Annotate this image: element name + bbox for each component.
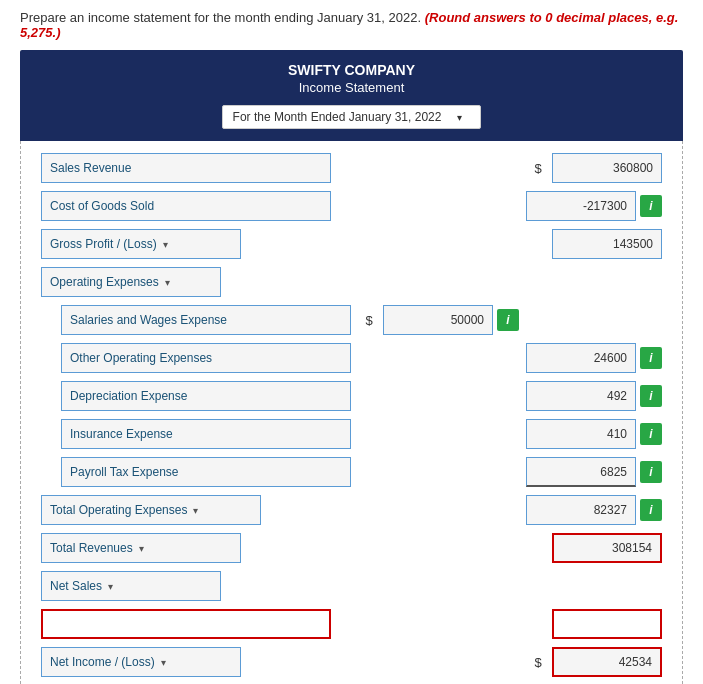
net-sales-row: Net Sales ▾ [41,571,662,601]
cogs-row: Cost of Goods Sold -217300 i [41,191,662,221]
gross-profit-value[interactable]: 143500 [552,229,662,259]
total-ops-info-btn[interactable]: i [640,499,662,521]
total-revenues-label: Total Revenues [50,541,133,555]
depreciation-info-btn[interactable]: i [640,385,662,407]
total-ops-row: Total Operating Expenses ▾ 82327 i [41,495,662,525]
payroll-info-btn[interactable]: i [640,461,662,483]
payroll-row: Payroll Tax Expense 6825 i [41,457,662,487]
operating-expenses-header-row: Operating Expenses ▾ [41,267,662,297]
empty-input-left[interactable] [41,609,331,639]
salaries-label: Salaries and Wages Expense [61,305,351,335]
salaries-value[interactable]: 50000 [383,305,493,335]
sales-revenue-label: Sales Revenue [41,153,331,183]
net-sales-select[interactable]: Net Sales ▾ [41,571,221,601]
total-revenues-select[interactable]: Total Revenues ▾ [41,533,241,563]
net-income-label: Net Income / (Loss) [50,655,155,669]
net-income-select[interactable]: Net Income / (Loss) ▾ [41,647,241,677]
period-dropdown[interactable]: For the Month Ended January 31, 2022 ▾ [222,105,482,129]
total-ops-value[interactable]: 82327 [526,495,636,525]
chevron-icon-3: ▾ [193,505,198,516]
payroll-label: Payroll Tax Expense [61,457,351,487]
company-name: SWIFTY COMPANY [30,62,673,78]
chevron-icon-2: ▾ [165,277,170,288]
salaries-info-btn[interactable]: i [497,309,519,331]
cogs-value[interactable]: -217300 [526,191,636,221]
operating-expenses-label: Operating Expenses [50,275,159,289]
depreciation-value[interactable]: 492 [526,381,636,411]
empty-input-right[interactable] [552,609,662,639]
gross-profit-select[interactable]: Gross Profit / (Loss) ▾ [41,229,241,259]
depreciation-label: Depreciation Expense [61,381,351,411]
chevron-down-icon: ▾ [457,112,462,123]
statement-title: Income Statement [30,80,673,95]
net-income-row: Net Income / (Loss) ▾ $ 42534 [41,647,662,677]
payroll-value[interactable]: 6825 [526,457,636,487]
other-ops-value[interactable]: 24600 [526,343,636,373]
other-ops-row: Other Operating Expenses 24600 i [41,343,662,373]
salaries-row: Salaries and Wages Expense $ 50000 i [41,305,662,335]
cogs-label: Cost of Goods Sold [41,191,331,221]
sales-revenue-value[interactable]: 360800 [552,153,662,183]
dollar-sign-1: $ [528,161,548,176]
chevron-icon-1: ▾ [163,239,168,250]
insurance-row: Insurance Expense 410 i [41,419,662,449]
depreciation-row: Depreciation Expense 492 i [41,381,662,411]
total-revenues-value[interactable]: 308154 [552,533,662,563]
operating-expenses-select[interactable]: Operating Expenses ▾ [41,267,221,297]
empty-row [41,609,662,639]
insurance-value[interactable]: 410 [526,419,636,449]
total-ops-select[interactable]: Total Operating Expenses ▾ [41,495,261,525]
gross-profit-label: Gross Profit / (Loss) [50,237,157,251]
chevron-icon-5: ▾ [108,581,113,592]
total-revenues-row: Total Revenues ▾ 308154 [41,533,662,563]
dollar-sign-3: $ [528,655,548,670]
chevron-icon-6: ▾ [161,657,166,668]
other-ops-info-btn[interactable]: i [640,347,662,369]
net-income-value[interactable]: 42534 [552,647,662,677]
insurance-label: Insurance Expense [61,419,351,449]
period-label: For the Month Ended January 31, 2022 [233,110,442,124]
cogs-info-btn[interactable]: i [640,195,662,217]
instruction-text: Prepare an income statement for the mont… [20,10,683,40]
sales-revenue-row: Sales Revenue $ 360800 [41,153,662,183]
chevron-icon-4: ▾ [139,543,144,554]
gross-profit-row: Gross Profit / (Loss) ▾ 143500 [41,229,662,259]
net-sales-label: Net Sales [50,579,102,593]
dollar-sign-2: $ [359,313,379,328]
total-ops-label: Total Operating Expenses [50,503,187,517]
other-ops-label: Other Operating Expenses [61,343,351,373]
insurance-info-btn[interactable]: i [640,423,662,445]
